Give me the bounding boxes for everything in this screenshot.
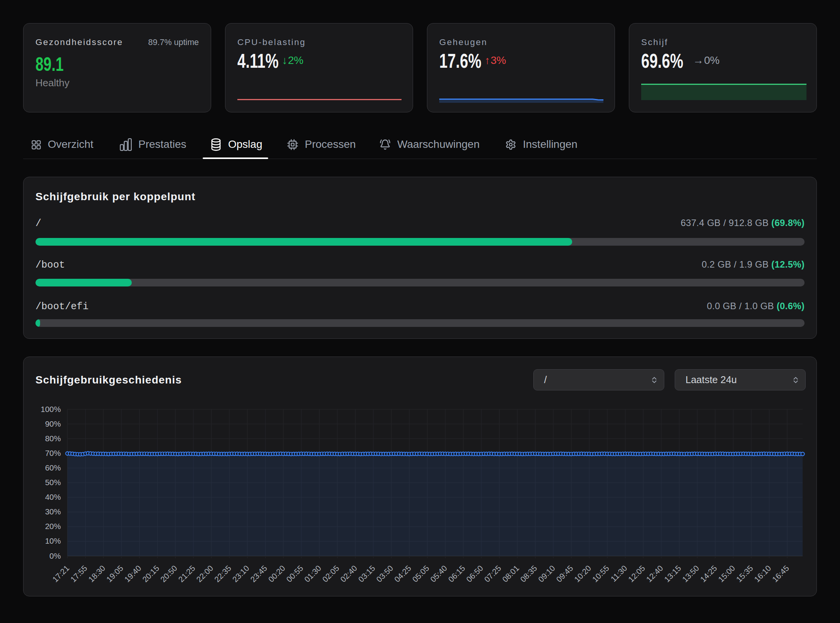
svg-text:30%: 30% (45, 507, 61, 516)
svg-text:19:05: 19:05 (104, 564, 125, 584)
svg-text:13:15: 13:15 (662, 564, 683, 584)
svg-text:20:50: 20:50 (158, 564, 179, 584)
svg-text:100%: 100% (41, 405, 61, 414)
svg-text:10:20: 10:20 (573, 564, 593, 584)
svg-text:0%: 0% (49, 551, 61, 560)
svg-text:10%: 10% (45, 536, 61, 545)
svg-text:12:05: 12:05 (627, 564, 647, 584)
svg-text:03:15: 03:15 (356, 564, 377, 584)
svg-text:02:40: 02:40 (338, 564, 359, 584)
svg-text:04:25: 04:25 (393, 564, 413, 584)
svg-text:23:10: 23:10 (230, 564, 251, 584)
svg-text:22:00: 22:00 (195, 564, 215, 584)
svg-text:50%: 50% (45, 478, 61, 487)
svg-text:17:21: 17:21 (50, 564, 71, 584)
svg-text:18:30: 18:30 (87, 564, 107, 584)
svg-text:21:25: 21:25 (176, 564, 197, 584)
svg-text:05:40: 05:40 (428, 564, 449, 584)
svg-text:11:30: 11:30 (609, 564, 628, 583)
svg-text:16:45: 16:45 (770, 564, 791, 584)
svg-text:09:45: 09:45 (554, 564, 575, 584)
svg-text:17:55: 17:55 (69, 564, 89, 584)
svg-text:06:50: 06:50 (464, 564, 485, 584)
svg-text:20:15: 20:15 (141, 564, 161, 584)
svg-text:00:55: 00:55 (284, 564, 305, 584)
svg-text:70%: 70% (45, 449, 61, 457)
svg-text:15:00: 15:00 (716, 564, 737, 584)
svg-text:80%: 80% (45, 434, 61, 443)
svg-text:13:50: 13:50 (680, 564, 701, 584)
svg-text:05:05: 05:05 (410, 564, 431, 584)
svg-text:03:50: 03:50 (375, 564, 395, 584)
svg-text:06:15: 06:15 (447, 564, 467, 584)
svg-text:10:55: 10:55 (590, 564, 611, 584)
svg-text:90%: 90% (45, 419, 61, 428)
svg-text:22:35: 22:35 (213, 564, 233, 584)
svg-text:40%: 40% (45, 492, 61, 501)
svg-text:08:35: 08:35 (518, 564, 539, 584)
svg-text:19:40: 19:40 (123, 564, 143, 584)
svg-text:20%: 20% (45, 522, 61, 531)
svg-text:14:25: 14:25 (698, 564, 719, 584)
svg-text:01:30: 01:30 (302, 564, 323, 584)
svg-text:15:35: 15:35 (734, 564, 755, 584)
svg-text:60%: 60% (45, 463, 61, 472)
svg-text:00:20: 00:20 (267, 564, 287, 584)
svg-text:16:10: 16:10 (753, 564, 773, 584)
svg-text:08:01: 08:01 (501, 564, 521, 584)
svg-text:12:40: 12:40 (644, 564, 665, 584)
svg-text:23:45: 23:45 (249, 564, 269, 584)
svg-text:09:10: 09:10 (536, 564, 557, 584)
svg-text:02:05: 02:05 (321, 564, 341, 584)
svg-text:07:25: 07:25 (482, 564, 503, 584)
